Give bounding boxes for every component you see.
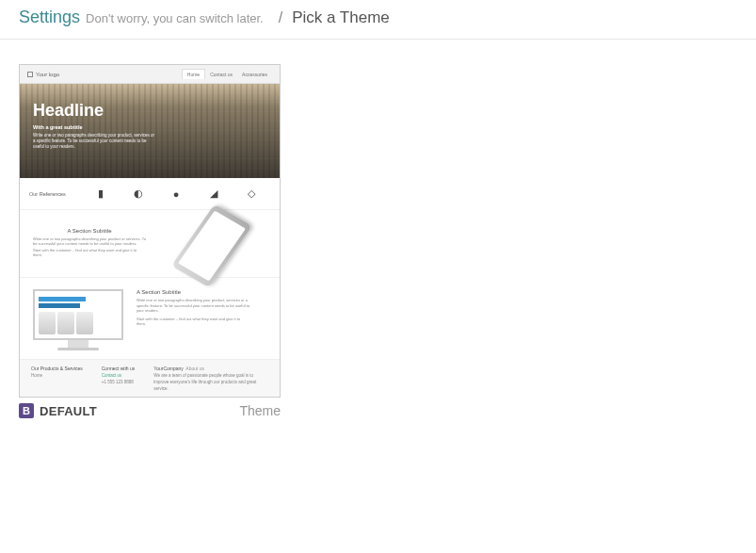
preview-references-label: Our References xyxy=(29,191,82,197)
preview-sec1-desc2: Start with the customer – find out what … xyxy=(33,248,146,257)
phone-mockup-icon xyxy=(171,203,252,287)
preview-headline: Headline xyxy=(33,101,266,121)
ref-icon-2: ◐ xyxy=(132,187,145,201)
preview-footer: Our Products & Services Home Connect wit… xyxy=(20,359,280,397)
preview-footer-col1: Our Products & Services Home xyxy=(31,366,83,391)
theme-name: DEFAULT xyxy=(40,404,97,418)
preview-navbar: Your logo Home Contact us Accessories xyxy=(20,65,280,84)
preview-nav-contact: Contact us xyxy=(205,70,237,79)
preview-logo: Your logo xyxy=(27,72,59,77)
ref-icon-5: ◇ xyxy=(245,187,258,201)
preview-nav-home: Home xyxy=(182,69,205,79)
ref-icon-3: ● xyxy=(169,187,183,201)
ref-icon-1: ▮ xyxy=(94,187,107,201)
preview-logo-text: Your logo xyxy=(36,72,59,77)
theme-card-default[interactable]: Your logo Home Contact us Accessories He… xyxy=(19,64,281,418)
settings-link[interactable]: Settings xyxy=(19,8,80,27)
theme-card-footer: B DEFAULT Theme xyxy=(19,398,281,418)
preview-sec1-title: A Section Subtitle xyxy=(33,228,146,234)
logo-square-icon xyxy=(27,72,33,77)
theme-type-label: Theme xyxy=(239,403,281,418)
ref-icon-4: ◢ xyxy=(207,187,220,201)
header-hint: Don't worry, you can switch later. xyxy=(86,11,264,25)
page-header: Settings Don't worry, you can switch lat… xyxy=(0,0,756,40)
preview-subtitle: With a great subtitle xyxy=(33,124,266,130)
page-title: Pick a Theme xyxy=(292,8,390,27)
preview-footer-col2: Connect with us Contact us +1 555 123 88… xyxy=(102,366,136,391)
preview-footer-col3: YourCompany About us We are a team of pa… xyxy=(153,366,268,391)
bootstrap-badge-icon: B xyxy=(19,403,34,418)
preview-sec2-title: A Section Subtitle xyxy=(137,289,249,295)
breadcrumb-separator: / xyxy=(279,9,282,26)
monitor-mockup-icon xyxy=(33,289,123,350)
preview-section-1: A Section Subtitle Write one or two para… xyxy=(20,210,280,278)
preview-references-row: Our References ▮ ◐ ● ◢ ◇ xyxy=(20,178,280,210)
preview-sec2-desc2: Start with the customer – find out what … xyxy=(137,317,249,327)
preview-section-2: A Section Subtitle Write one or two para… xyxy=(20,278,280,359)
preview-sec2-desc1: Write one or two paragraphs describing y… xyxy=(137,298,249,314)
preview-reference-icons: ▮ ◐ ● ◢ ◇ xyxy=(82,187,270,201)
preview-nav-accessories: Accessories xyxy=(237,70,272,79)
theme-thumbnail[interactable]: Your logo Home Contact us Accessories He… xyxy=(19,64,281,398)
preview-hero: Headline With a great subtitle Write one… xyxy=(20,84,280,178)
preview-sec1-desc1: Write one or two paragraphs describing y… xyxy=(33,236,146,246)
preview-hero-desc: Write one or two paragraphs describing y… xyxy=(33,133,155,150)
content-area: Your logo Home Contact us Accessories He… xyxy=(0,40,756,443)
